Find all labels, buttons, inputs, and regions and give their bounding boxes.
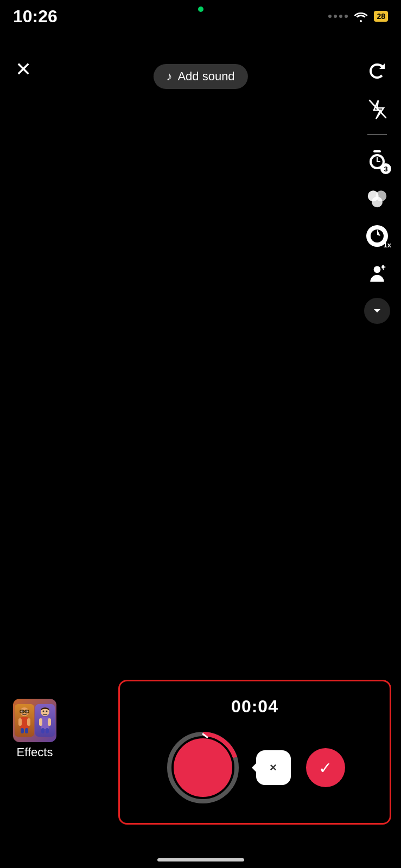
svg-rect-30 (48, 718, 51, 726)
svg-rect-5 (377, 161, 380, 162)
record-button-wrap (165, 730, 241, 806)
toolbar-divider (367, 134, 387, 135)
delete-icon: × (270, 761, 277, 775)
record-progress-ring (165, 730, 241, 806)
effects-label: Effects (17, 745, 53, 760)
more-options-button[interactable] (364, 298, 390, 324)
home-indicator (157, 858, 244, 861)
effects-person-icon (366, 263, 388, 285)
add-sound-button[interactable]: ♪ Add sound (153, 64, 247, 89)
status-time: 10:26 (13, 7, 58, 27)
timer-button[interactable]: 3 (363, 146, 391, 174)
music-note-icon: ♪ (166, 69, 172, 84)
record-controls: × ✓ (133, 730, 377, 806)
add-sound-label: Add sound (177, 69, 234, 84)
effects-characters (15, 704, 55, 737)
flash-off-icon (366, 98, 388, 120)
status-bar: 10:26 28 (0, 0, 401, 33)
close-icon[interactable]: ✕ (15, 58, 31, 80)
recording-timer: 00:04 (231, 697, 278, 717)
effects-preview-image (13, 699, 56, 742)
svg-point-8 (372, 196, 383, 207)
filters-button[interactable] (363, 184, 391, 212)
timer-badge: 3 (380, 163, 391, 174)
svg-rect-24 (20, 710, 24, 713)
character-2 (35, 704, 55, 737)
svg-rect-20 (21, 728, 24, 733)
battery-indicator: 28 (374, 11, 388, 22)
flash-toggle-button[interactable] (363, 95, 391, 123)
effects-thumbnail[interactable]: Effects (13, 699, 56, 760)
svg-rect-25 (25, 710, 29, 713)
svg-point-33 (43, 711, 44, 712)
close-button[interactable]: ✕ (15, 60, 31, 79)
svg-point-11 (374, 266, 381, 273)
status-icons: 28 (328, 10, 388, 22)
svg-point-34 (46, 711, 48, 712)
svg-rect-32 (46, 728, 49, 733)
svg-rect-29 (39, 718, 42, 726)
svg-rect-21 (25, 728, 28, 733)
effects-person-button[interactable] (363, 260, 391, 288)
green-recording-dot (198, 7, 203, 12)
speed-label: 1x (384, 241, 391, 249)
svg-rect-1 (373, 150, 381, 152)
svg-rect-18 (18, 718, 22, 726)
wifi-icon (353, 10, 368, 22)
confirm-icon: ✓ (319, 758, 332, 777)
speed-button[interactable]: 1x (363, 222, 391, 250)
confirm-recording-button[interactable]: ✓ (306, 748, 345, 787)
delete-recording-button[interactable]: × (256, 750, 291, 785)
signal-dots (328, 15, 348, 18)
chevron-down-icon (371, 304, 384, 317)
right-toolbar: 3 1x (363, 57, 391, 324)
flip-icon (366, 60, 388, 82)
character-1 (15, 704, 34, 737)
filters-icon (366, 187, 388, 209)
recording-panel: 00:04 × ✓ (118, 680, 391, 825)
svg-rect-19 (27, 718, 30, 726)
svg-line-15 (383, 269, 384, 270)
svg-rect-31 (41, 728, 44, 733)
flip-camera-button[interactable] (363, 57, 391, 85)
